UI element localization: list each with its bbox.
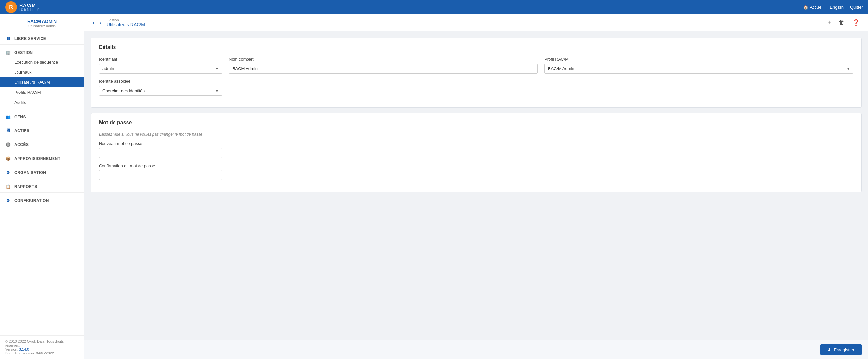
navbar: R RAC/M IDENTITY 🏠 Accueil English Quitt… (0, 0, 868, 14)
database-icon: 🗄 (5, 127, 12, 134)
profil-racm-select-wrap: RAC/M Admin ▼ (544, 64, 854, 74)
new-password-label: Nouveau mot de passe (99, 141, 222, 146)
people-icon: 👥 (5, 114, 12, 120)
content: Détails Identifiant admin ▼ (84, 31, 868, 340)
monitor-icon: 🖥 (5, 35, 12, 42)
footer-version: Version: 3.14.0 (5, 347, 79, 351)
nav-prev-button[interactable]: ‹ (91, 19, 96, 27)
breadcrumb-current: Utilisateurs RAC/M (107, 22, 823, 27)
sidebar-item-rapports[interactable]: 📋 RAPPORTS (0, 180, 84, 191)
nom-complet-label: Nom complet (229, 57, 538, 62)
sidebar-item-acces[interactable]: 🔘 ACCÈS (0, 138, 84, 149)
sidebar-item-approvisionnement[interactable]: 📦 APPROVISIONNEMENT (0, 152, 84, 163)
password-row-2: Confirmation du mot de passe (99, 163, 854, 180)
sidebar-item-actifs[interactable]: 🗄 ACTIFS (0, 124, 84, 136)
details-card: Détails Identifiant admin ▼ (91, 38, 862, 108)
sidebar-item-gens[interactable]: 👥 GENS (0, 110, 84, 121)
password-hint: Laissez vide si vous ne voulez pas chang… (99, 132, 854, 137)
nom-complet-group: Nom complet (229, 57, 538, 74)
identite-associee-select[interactable]: Chercher des identités... (99, 86, 222, 96)
details-title: Détails (99, 44, 854, 50)
new-password-group: Nouveau mot de passe (99, 141, 222, 158)
details-row-1: Identifiant admin ▼ Nom complet (99, 57, 854, 74)
add-button[interactable]: + (826, 18, 833, 27)
identite-associee-group: Identité associée Chercher des identités… (99, 79, 222, 96)
sidebar-user: RACM ADMIN Utilisateur: admin (0, 14, 84, 32)
identite-associee-select-wrap: Chercher des identités... ▼ (99, 86, 222, 96)
main: ‹ › Gestion Utilisateurs RAC/M + 🗑 ❓ Dét… (84, 14, 868, 359)
accueil-link[interactable]: 🏠 Accueil (803, 5, 823, 10)
save-button[interactable]: ⬇ Enregistrer (820, 345, 862, 355)
config-icon: ⚙ (5, 197, 12, 204)
access-icon: 🔘 (5, 142, 12, 148)
help-button[interactable]: ❓ (850, 18, 862, 28)
profil-racm-select[interactable]: RAC/M Admin (544, 64, 854, 74)
sidebar-item-journaux[interactable]: Journaux (0, 67, 84, 77)
logo: R RAC/M IDENTITY (5, 1, 39, 13)
password-row-1: Nouveau mot de passe (99, 141, 854, 158)
save-bar: ⬇ Enregistrer (84, 340, 868, 359)
sidebar-item-execution-sequence[interactable]: Exécution de séquence (0, 57, 84, 67)
nav-expand-button[interactable]: › (98, 19, 103, 27)
org-icon: ⚙ (5, 170, 12, 176)
confirm-password-group: Confirmation du mot de passe (99, 163, 222, 180)
report-icon: 📋 (5, 183, 12, 190)
footer-date: Date de la version: 04/05/2022 (5, 351, 79, 355)
identifiant-select-wrap: admin ▼ (99, 64, 222, 74)
delete-button[interactable]: 🗑 (837, 18, 846, 27)
toolbar: ‹ › Gestion Utilisateurs RAC/M + 🗑 ❓ (84, 14, 868, 31)
sidebar-item-libre-service[interactable]: 🖥 LIBRE SERVICE (0, 32, 84, 43)
toolbar-nav: ‹ › (91, 19, 103, 27)
sidebar-item-configuration[interactable]: ⚙ CONFIGURATION (0, 194, 84, 205)
breadcrumb-parent: Gestion (107, 18, 823, 22)
home-icon: 🏠 (803, 5, 808, 10)
sidebar-user-sub: Utilisateur: admin (5, 24, 79, 28)
logo-text: RAC/M IDENTITY (20, 3, 39, 11)
navbar-actions: 🏠 Accueil English Quitter (803, 5, 863, 10)
sidebar-item-audits[interactable]: Audits (0, 97, 84, 108)
confirm-password-label: Confirmation du mot de passe (99, 163, 222, 168)
save-icon: ⬇ (828, 347, 831, 352)
sidebar: RACM ADMIN Utilisateur: admin 🖥 LIBRE SE… (0, 14, 84, 359)
version-link[interactable]: 3.14.0 (19, 347, 29, 351)
identite-associee-label: Identité associée (99, 79, 222, 84)
sidebar-footer: © 2010-2022 Okiok Data. Tous droits rése… (0, 335, 84, 359)
new-password-input[interactable] (99, 148, 222, 158)
identifiant-label: Identifiant (99, 57, 222, 62)
footer-copyright: © 2010-2022 Okiok Data. Tous droits rése… (5, 339, 79, 347)
nom-complet-input[interactable] (229, 64, 538, 74)
logo-subtitle: IDENTITY (20, 8, 39, 11)
sidebar-item-gestion[interactable]: 🏢 GESTION (0, 46, 84, 57)
sidebar-item-profils-racm[interactable]: Profils RAC/M (0, 87, 84, 97)
profil-racm-group: Profil RAC/M RAC/M Admin ▼ (544, 57, 854, 74)
identifiant-select[interactable]: admin (99, 64, 222, 74)
logo-name: RAC/M (20, 3, 39, 8)
logo-icon: R (5, 1, 17, 13)
provision-icon: 📦 (5, 155, 12, 162)
password-card: Mot de passe Laissez vide si vous ne vou… (91, 113, 862, 192)
language-link[interactable]: English (830, 5, 844, 10)
breadcrumb: Gestion Utilisateurs RAC/M (107, 18, 823, 27)
password-title: Mot de passe (99, 120, 854, 126)
profil-racm-label: Profil RAC/M (544, 57, 854, 62)
details-row-2: Identité associée Chercher des identités… (99, 79, 854, 96)
identifiant-group: Identifiant admin ▼ (99, 57, 222, 74)
sidebar-item-utilisateurs-racm[interactable]: Utilisateurs RAC/M (0, 77, 84, 87)
confirm-password-input[interactable] (99, 170, 222, 180)
quit-link[interactable]: Quitter (850, 5, 863, 10)
sidebar-user-name: RACM ADMIN (5, 19, 79, 24)
sidebar-item-organisation[interactable]: ⚙ ORGANISATION (0, 166, 84, 177)
toolbar-actions: + 🗑 ❓ (826, 18, 862, 28)
building-icon: 🏢 (5, 49, 12, 56)
